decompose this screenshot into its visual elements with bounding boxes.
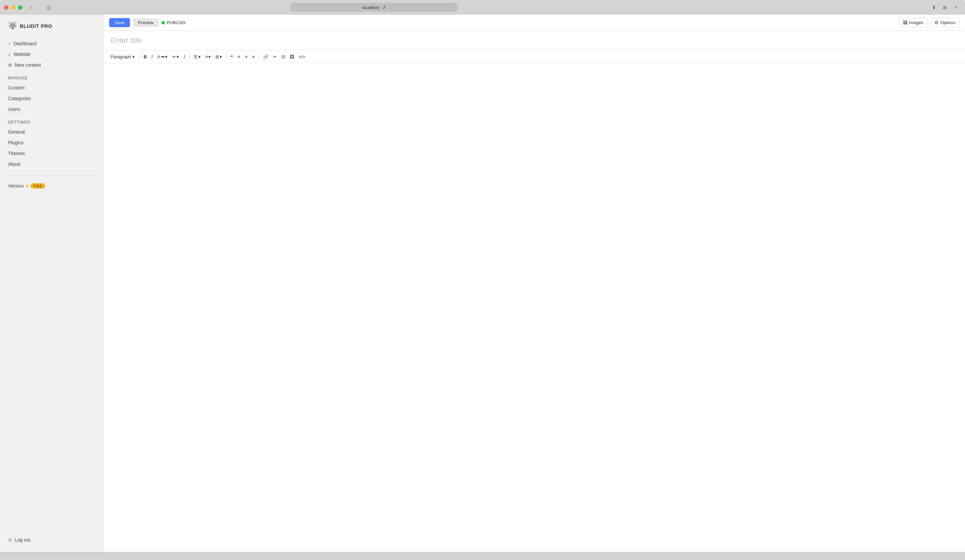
blockquote-button[interactable]: ❝ <box>229 53 235 60</box>
editor-toolbar: Paragraph ▾ B I A ▾ ✏ ▾ I ☰ ▾ ≡ <box>104 51 965 63</box>
images-button[interactable]: 🖼 Images <box>899 18 928 27</box>
toolbar-sep-2 <box>189 53 190 60</box>
share-button[interactable]: ⬆ <box>929 4 939 11</box>
image-button[interactable]: 🖼 <box>288 53 296 60</box>
sidebar-item-logout-label: Log out <box>15 537 31 543</box>
window-chrome: ‹ › ◫ localhost ↺ ⬆ ⊞ ＋ <box>0 0 965 15</box>
italic2-button[interactable]: I <box>182 52 187 60</box>
sidebar-item-logout[interactable]: ⊙ Log out <box>0 534 103 545</box>
link-button[interactable]: 🔗 <box>261 53 270 60</box>
url-display: localhost <box>362 5 379 10</box>
back-button[interactable]: ‹ <box>28 4 34 11</box>
settings-section-label: SETTINGS <box>0 114 103 127</box>
sidebar-item-plugins[interactable]: Plugins <box>0 137 103 148</box>
maximize-button[interactable] <box>18 5 23 10</box>
snippet-button[interactable]: ✂ <box>271 53 279 60</box>
sidebar-item-dashboard-label: Dashboard <box>13 41 36 46</box>
paragraph-chevron-icon: ▾ <box>132 54 135 59</box>
sidebar-toggle-button[interactable]: ◫ <box>44 4 53 11</box>
table-chevron-icon: ▾ <box>220 54 222 59</box>
sidebar-item-themes-label: Themes <box>8 151 25 156</box>
main-content: Save Preview PUBLISH 🖼 Images ⚙ Options <box>104 15 965 552</box>
title-input[interactable] <box>111 36 958 45</box>
publish-status-dot <box>162 21 165 24</box>
forward-button[interactable]: › <box>35 4 41 11</box>
sidebar-divider <box>8 175 95 175</box>
sidebar-item-new-content-label: New content <box>15 62 41 68</box>
text-color-label: A <box>157 54 160 59</box>
add-button[interactable]: ＋ <box>951 4 961 11</box>
highlight-icon: ✏ <box>172 54 176 59</box>
close-button[interactable] <box>4 5 8 10</box>
ul-chevron-icon: ▾ <box>198 54 201 59</box>
options-button[interactable]: ⚙ Options <box>930 18 960 27</box>
paragraph-label: Paragraph <box>111 54 131 59</box>
new-content-icon: ⊕ <box>8 62 12 68</box>
highlight-button[interactable]: ✏ ▾ <box>170 53 181 60</box>
sidebar-item-content-label: Content <box>8 85 25 90</box>
images-icon: 🖼 <box>903 20 908 25</box>
hr-button[interactable]: ⊟ <box>280 53 287 60</box>
address-bar[interactable]: localhost ↺ <box>290 3 458 12</box>
logo-icon: 🐺 <box>8 21 17 30</box>
sidebar-item-plugins-label: Plugins <box>8 140 23 145</box>
ol-chevron-icon: ▾ <box>208 54 211 59</box>
sidebar-item-users-label: Users <box>8 106 20 112</box>
sidebar: 🐺 BLUDIT PRO ○ Dashboard ⌂ Website ⊕ New… <box>0 15 104 552</box>
ordered-list-button[interactable]: ≡ ▾ <box>203 53 213 60</box>
logo-text: BLUDIT PRO <box>20 23 52 29</box>
preview-button[interactable]: Preview <box>132 18 159 27</box>
toolbar-right: 🖼 Images ⚙ Options <box>899 18 960 27</box>
minimize-button[interactable] <box>11 5 15 10</box>
website-icon: ⌂ <box>8 52 11 57</box>
sidebar-item-categories[interactable]: Categories <box>0 93 103 104</box>
text-color-chevron-icon: ▾ <box>165 54 168 59</box>
text-color-button[interactable]: A ▾ <box>155 53 170 60</box>
sidebar-item-new-content[interactable]: ⊕ New content <box>0 60 103 70</box>
version-label: Version <box>8 183 24 189</box>
version-row: Version ♥ 3.9.1 <box>0 181 103 191</box>
options-icon: ⚙ <box>934 20 939 25</box>
options-label: Options <box>940 20 955 25</box>
sidebar-item-website-label: Website <box>13 52 30 57</box>
align-center-button[interactable]: ≡ <box>243 53 250 60</box>
italic-button[interactable]: I <box>149 53 155 60</box>
publish-button[interactable]: PUBLISH <box>162 20 186 25</box>
images-label: Images <box>909 20 924 25</box>
sidebar-item-categories-label: Categories <box>8 96 31 101</box>
app-container: 🐺 BLUDIT PRO ○ Dashboard ⌂ Website ⊕ New… <box>0 15 965 552</box>
table-button[interactable]: ⊞ ▾ <box>213 53 224 60</box>
save-button[interactable]: Save <box>109 18 130 27</box>
sidebar-item-about[interactable]: About <box>0 159 103 170</box>
manage-section-label: MANAGE <box>0 70 103 82</box>
logout-icon: ⊙ <box>8 537 12 543</box>
unordered-list-button[interactable]: ☰ ▾ <box>191 53 203 60</box>
toolbar-sep-1 <box>139 53 140 60</box>
new-tab-button[interactable]: ⊞ <box>940 4 950 11</box>
paragraph-dropdown[interactable]: Paragraph ▾ <box>108 53 137 60</box>
heart-icon: ♥ <box>26 183 28 189</box>
toolbar-sep-3 <box>226 53 227 60</box>
align-right-button[interactable]: ≡ <box>250 53 257 60</box>
sidebar-item-website[interactable]: ⌂ Website <box>0 49 103 60</box>
reload-button[interactable]: ↺ <box>382 5 386 10</box>
title-area <box>104 31 965 51</box>
sidebar-item-content[interactable]: Content <box>0 82 103 93</box>
dashboard-icon: ○ <box>8 41 11 46</box>
highlight-chevron-icon: ▾ <box>177 54 179 59</box>
bold-button[interactable]: B <box>142 53 149 60</box>
version-badge: 3.9.1 <box>31 183 45 189</box>
code-button[interactable]: </> <box>297 53 307 60</box>
sidebar-item-general[interactable]: General <box>0 127 103 137</box>
editor-area[interactable] <box>104 63 965 552</box>
sidebar-item-dashboard[interactable]: ○ Dashboard <box>0 38 103 49</box>
status-bar <box>0 552 965 560</box>
sidebar-logo: 🐺 BLUDIT PRO <box>0 21 103 38</box>
top-toolbar: Save Preview PUBLISH 🖼 Images ⚙ Options <box>104 15 965 31</box>
align-left-button[interactable]: ≡ <box>236 53 242 60</box>
sidebar-item-users[interactable]: Users <box>0 104 103 114</box>
sidebar-item-general-label: General <box>8 129 25 135</box>
sidebar-item-themes[interactable]: Themes <box>0 148 103 159</box>
publish-label: PUBLISH <box>167 20 186 25</box>
sidebar-item-about-label: About <box>8 162 20 167</box>
